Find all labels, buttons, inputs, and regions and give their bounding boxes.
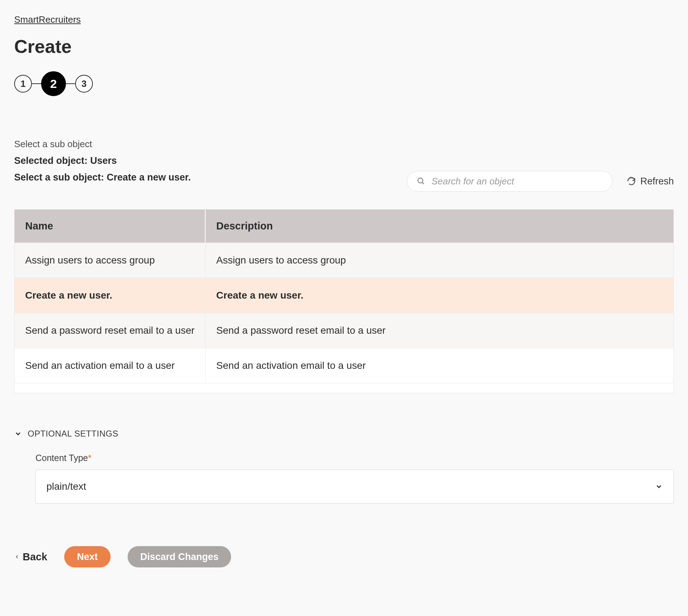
back-label: Back bbox=[23, 551, 47, 563]
selected-object-prefix: Selected object: bbox=[14, 155, 90, 166]
optional-settings-title: OPTIONAL SETTINGS bbox=[28, 429, 118, 439]
table-header: Name Description bbox=[15, 210, 673, 243]
svg-point-0 bbox=[418, 178, 423, 183]
step-2[interactable]: 2 bbox=[41, 71, 66, 96]
breadcrumb-link[interactable]: SmartRecruiters bbox=[14, 14, 81, 25]
selected-object-value: Users bbox=[90, 155, 117, 166]
table-cell-name: Assign users to access group bbox=[15, 243, 206, 278]
step-connector bbox=[66, 83, 75, 84]
sub-object-table: Name Description Assign users to access … bbox=[14, 209, 674, 393]
stepper: 1 2 3 bbox=[14, 71, 674, 96]
content-type-select[interactable]: plain/text bbox=[35, 470, 674, 504]
refresh-label: Refresh bbox=[640, 176, 674, 187]
content-type-label-text: Content Type bbox=[35, 453, 88, 463]
sub-object-value: Create a new user. bbox=[107, 172, 191, 183]
table-row[interactable]: Create a new user. Create a new user. bbox=[15, 278, 673, 313]
step-1[interactable]: 1 bbox=[14, 75, 32, 93]
discard-changes-button[interactable]: Discard Changes bbox=[128, 546, 231, 567]
table-cell-description: Send an activation email to a user bbox=[206, 348, 673, 383]
table-cell-name: Send an activation email to a user bbox=[15, 348, 206, 383]
svg-line-1 bbox=[422, 182, 424, 184]
page-title: Create bbox=[14, 36, 674, 57]
chevron-down-icon bbox=[655, 483, 663, 490]
content-type-value: plain/text bbox=[46, 481, 86, 492]
table-cell-description: Send a password reset email to a user bbox=[206, 313, 673, 348]
table-header-description: Description bbox=[206, 210, 673, 243]
next-button[interactable]: Next bbox=[64, 546, 111, 567]
search-input[interactable] bbox=[407, 171, 613, 192]
refresh-button[interactable]: Refresh bbox=[627, 176, 674, 187]
table-cell-description: Create a new user. bbox=[206, 278, 673, 313]
table-header-name: Name bbox=[15, 210, 206, 243]
chevron-left-icon bbox=[14, 553, 20, 561]
table-cell-name: Send a password reset email to a user bbox=[15, 313, 206, 348]
search-icon bbox=[417, 177, 425, 185]
table-footer bbox=[15, 383, 673, 393]
table-row[interactable]: Assign users to access group Assign user… bbox=[15, 243, 673, 278]
step-3[interactable]: 3 bbox=[75, 75, 93, 93]
sub-object-prefix: Select a sub object: bbox=[14, 172, 107, 183]
back-button[interactable]: Back bbox=[14, 551, 47, 563]
selected-object-line: Selected object: Users bbox=[14, 155, 674, 166]
table-row[interactable]: Send an activation email to a user Send … bbox=[15, 348, 673, 383]
section-label: Select a sub object bbox=[14, 139, 674, 150]
table-cell-name: Create a new user. bbox=[15, 278, 206, 313]
refresh-icon bbox=[627, 177, 636, 186]
content-type-label: Content Type* bbox=[35, 453, 674, 463]
step-connector bbox=[32, 83, 41, 84]
optional-settings-toggle[interactable]: OPTIONAL SETTINGS bbox=[14, 429, 674, 439]
search-container bbox=[407, 171, 613, 192]
required-asterisk: * bbox=[88, 453, 91, 463]
table-row[interactable]: Send a password reset email to a user Se… bbox=[15, 313, 673, 348]
chevron-down-icon bbox=[14, 430, 22, 438]
table-cell-description: Assign users to access group bbox=[206, 243, 673, 278]
